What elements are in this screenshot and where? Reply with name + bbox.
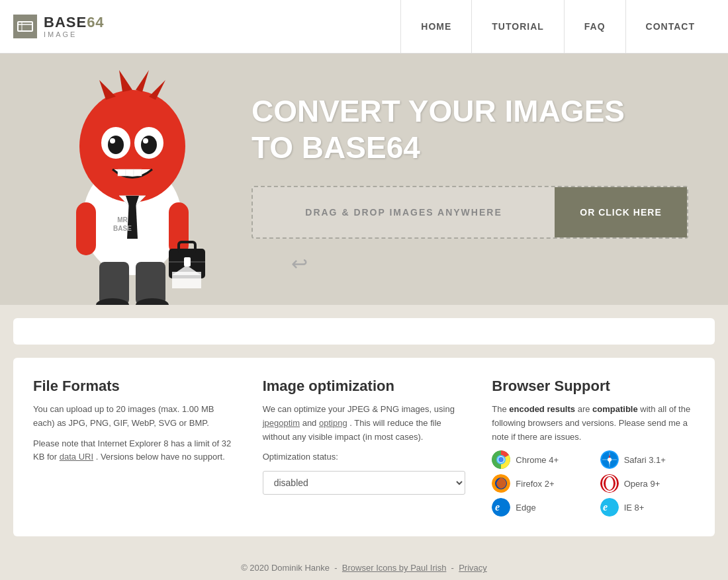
logo-text: BASE64 IMAGE bbox=[44, 15, 105, 38]
opt-status-label: Optimization status: bbox=[263, 450, 466, 464]
safari-label: Safari 3.1+ bbox=[624, 455, 666, 465]
nav-faq[interactable]: FAQ bbox=[564, 0, 625, 53]
progress-bar bbox=[13, 318, 715, 345]
file-formats-heading: File Formats bbox=[33, 378, 236, 395]
arrow-hint: ↩ bbox=[251, 245, 688, 275]
svg-marker-8 bbox=[136, 70, 149, 92]
logo-icon bbox=[13, 15, 37, 38]
browser-support-desc: The encoded results are compatible with … bbox=[492, 403, 695, 444]
main-nav: HOME TUTORIAL FAQ CONTACT bbox=[400, 0, 715, 53]
ie-icon: e bbox=[600, 498, 619, 517]
edge-icon: e bbox=[492, 498, 510, 517]
svg-text:BASE: BASE bbox=[113, 225, 132, 232]
hero-title: CONVERT YOUR IMAGES TO BASE64 bbox=[251, 93, 688, 166]
optipng-link[interactable]: optipng bbox=[319, 418, 347, 428]
file-formats-para1: You can upload up to 20 images (max. 1.0… bbox=[33, 403, 236, 431]
chrome-icon bbox=[492, 450, 510, 469]
footer: © 2020 Dominik Hanke - Browser Icons by … bbox=[0, 550, 728, 580]
svg-point-52 bbox=[606, 477, 614, 490]
nav-contact[interactable]: CONTACT bbox=[625, 0, 715, 53]
edge-label: Edge bbox=[516, 503, 535, 513]
svg-rect-16 bbox=[118, 169, 126, 176]
file-formats-col: File Formats You can upload up to 20 ima… bbox=[33, 378, 236, 517]
opera-label: Opera 9+ bbox=[624, 479, 660, 489]
svg-point-12 bbox=[108, 136, 124, 154]
browser-firefox: Firefox 2+ bbox=[492, 474, 586, 493]
image-optimization-heading: Image optimization bbox=[263, 378, 466, 395]
firefox-icon bbox=[492, 474, 510, 493]
logo-title: BASE64 bbox=[44, 15, 105, 30]
svg-rect-25 bbox=[76, 202, 96, 255]
safari-icon bbox=[600, 450, 619, 469]
svg-rect-17 bbox=[126, 169, 134, 176]
svg-point-40 bbox=[498, 457, 504, 462]
ie-label: IE 8+ bbox=[624, 503, 645, 513]
svg-rect-34 bbox=[184, 257, 191, 267]
opera-icon bbox=[600, 474, 619, 493]
image-optimization-para: We can optimize your JPEG & PNG images, … bbox=[263, 403, 466, 444]
mascot: MR BASE bbox=[40, 67, 225, 305]
svg-point-14 bbox=[110, 138, 115, 144]
svg-rect-36 bbox=[172, 272, 201, 288]
browser-opera: Opera 9+ bbox=[600, 474, 695, 493]
header: BASE64 IMAGE HOME TUTORIAL FAQ CONTACT bbox=[0, 0, 728, 54]
svg-point-47 bbox=[608, 458, 612, 462]
logo: BASE64 IMAGE bbox=[13, 15, 105, 38]
progress-section bbox=[0, 305, 728, 358]
firefox-label: Firefox 2+ bbox=[516, 479, 554, 489]
logo-subtitle: IMAGE bbox=[44, 30, 105, 38]
svg-marker-6 bbox=[99, 80, 116, 100]
browser-ie: e IE 8+ bbox=[600, 498, 695, 517]
svg-point-5 bbox=[79, 90, 185, 202]
info-section: File Formats You can upload up to 20 ima… bbox=[13, 358, 715, 536]
privacy-link[interactable]: Privacy bbox=[459, 563, 487, 573]
click-here-button[interactable]: OR CLICK HERE bbox=[555, 187, 687, 237]
footer-copyright: © 2020 Dominik Hanke bbox=[241, 563, 330, 573]
jpegoptim-link[interactable]: jpegoptim bbox=[263, 418, 300, 428]
browser-chrome: Chrome 4+ bbox=[492, 450, 586, 469]
browser-icons-link[interactable]: Browser Icons by Paul Irish bbox=[342, 563, 447, 573]
svg-text:e: e bbox=[495, 501, 500, 513]
browser-edge: e Edge bbox=[492, 498, 586, 517]
svg-marker-7 bbox=[119, 70, 132, 92]
chrome-label: Chrome 4+ bbox=[516, 455, 559, 465]
hero-section: MR BASE CONVERT YOUR IMAGES TO BASE64 bbox=[0, 54, 728, 305]
file-formats-para2: Please note that Internet Explorer 8 has… bbox=[33, 437, 236, 465]
browser-grid: Chrome 4+ Safari 3.1+ bbox=[492, 450, 695, 517]
image-optimization-col: Image optimization We can optimize your … bbox=[263, 378, 466, 517]
browser-support-col: Browser Support The encoded results are … bbox=[492, 378, 695, 517]
svg-text:MR: MR bbox=[117, 216, 128, 224]
drop-zone-text: DRAG & DROP IMAGES ANYWHERE bbox=[253, 187, 555, 237]
optimization-select[interactable]: disabled enabled bbox=[263, 471, 466, 495]
svg-point-13 bbox=[141, 136, 157, 154]
nav-home[interactable]: HOME bbox=[400, 0, 471, 53]
svg-text:e: e bbox=[603, 501, 608, 513]
svg-rect-18 bbox=[134, 169, 142, 176]
browser-safari: Safari 3.1+ bbox=[600, 450, 695, 469]
browser-support-heading: Browser Support bbox=[492, 378, 695, 395]
nav-tutorial[interactable]: TUTORIAL bbox=[471, 0, 564, 53]
drop-zone[interactable]: DRAG & DROP IMAGES ANYWHERE OR CLICK HER… bbox=[251, 186, 688, 239]
data-uri-link[interactable]: data URI bbox=[60, 452, 93, 462]
svg-point-15 bbox=[143, 138, 148, 144]
